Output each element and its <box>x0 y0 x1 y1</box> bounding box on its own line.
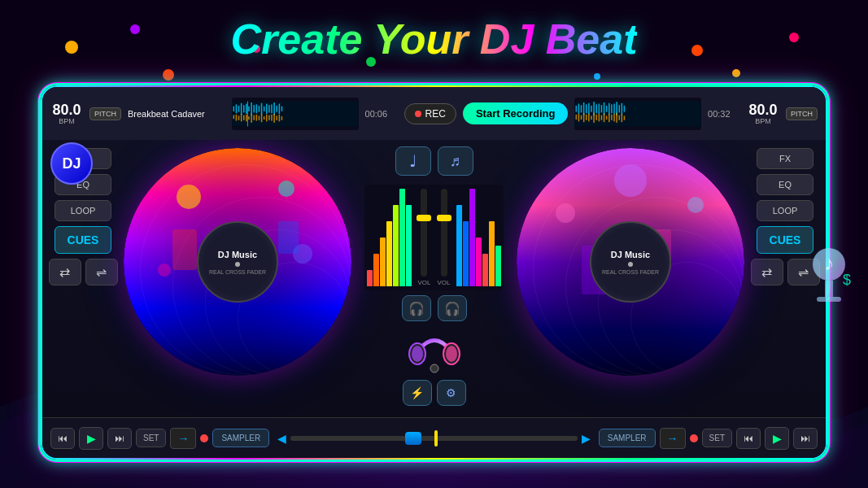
svg-rect-9 <box>251 102 252 115</box>
deco-dot-4 <box>65 41 78 54</box>
svg-rect-19 <box>276 105 277 111</box>
loop-left-icon-button[interactable]: ⇄ <box>49 259 81 285</box>
double-note-button[interactable]: ♬ <box>438 146 473 176</box>
cues-left-button[interactable]: CUES <box>55 226 111 254</box>
svg-rect-14 <box>264 106 265 111</box>
fader-thumb-right[interactable] <box>437 215 451 221</box>
rec-label: REC <box>425 108 446 120</box>
start-recording-button[interactable]: Start Recording <box>463 102 569 124</box>
headphone-buttons-row: 🎧 🎧 <box>402 295 467 321</box>
trophy-decoration: ♪ $ <box>805 240 853 321</box>
turntable-disc-left[interactable]: DJ Music REAL CROSS FADER <box>124 148 351 376</box>
fader-track-right[interactable] <box>441 189 447 277</box>
svg-rect-36 <box>268 115 270 120</box>
crossfader-left-arrow[interactable]: ◀ <box>277 432 286 445</box>
deco-dot-9 <box>594 73 600 80</box>
svg-rect-27 <box>246 114 247 121</box>
svg-rect-72 <box>596 114 598 120</box>
rec-dot-icon <box>415 111 421 117</box>
equalizer-button[interactable]: ⚡ <box>403 380 432 406</box>
disc-dot-right <box>628 262 633 267</box>
eq-right-button[interactable]: EQ <box>757 174 813 195</box>
svg-rect-23 <box>236 114 238 120</box>
sampler-left-button[interactable]: SAMPLER <box>212 429 269 447</box>
fader-right: VOL <box>438 189 451 286</box>
play-left-button[interactable]: ▶ <box>79 427 103 450</box>
headphone-left-button[interactable]: 🎧 <box>402 295 431 321</box>
prev-right-button[interactable]: ⏮ <box>736 428 761 449</box>
svg-point-91 <box>556 203 575 223</box>
svg-rect-37 <box>271 114 273 120</box>
svg-rect-47 <box>583 102 585 115</box>
red-dot-right[interactable] <box>690 434 698 442</box>
mixer-mode-buttons: ♩ ♬ <box>395 146 473 176</box>
single-note-button[interactable]: ♩ <box>395 146 431 176</box>
settings-mixer-button[interactable]: ⚙ <box>437 380 466 406</box>
fader-track-left[interactable] <box>421 189 427 277</box>
svg-rect-63 <box>624 105 626 111</box>
eq-bar <box>393 205 399 286</box>
headphone-right-button[interactable]: 🎧 <box>438 295 467 321</box>
fader-thumb-left[interactable] <box>417 215 431 221</box>
fx-right-button[interactable]: FX <box>757 148 813 169</box>
console-inner: 80.0 BPM PITCH Breakbeat Cadaver <box>42 87 826 458</box>
play-right-button[interactable]: ▶ <box>765 427 789 450</box>
page-title: Create Your DJ Beat <box>231 15 638 63</box>
svg-rect-73 <box>599 114 600 121</box>
svg-point-90 <box>614 164 647 197</box>
svg-rect-49 <box>589 102 591 114</box>
svg-rect-31 <box>256 114 258 120</box>
sampler-right-button[interactable]: SAMPLER <box>599 429 656 447</box>
arrow-right-button[interactable]: → <box>660 428 686 449</box>
pitch-right-button[interactable]: PITCH <box>786 107 818 120</box>
eq-bar <box>399 189 405 286</box>
loop-left-button[interactable]: LOOP <box>55 200 111 221</box>
pitch-left-button[interactable]: PITCH <box>89 107 121 120</box>
deco-dot-1 <box>163 69 174 81</box>
svg-rect-34 <box>264 116 265 120</box>
svg-rect-13 <box>261 102 263 114</box>
svg-rect-58 <box>612 104 613 113</box>
svg-rect-45 <box>578 103 580 113</box>
disc-sublabel-left: REAL CROSS FADER <box>209 269 266 275</box>
svg-rect-79 <box>614 114 616 121</box>
headphones-svg <box>406 326 463 375</box>
svg-rect-12 <box>259 105 260 111</box>
next-right-button[interactable]: ⏭ <box>793 428 818 449</box>
set-right-button[interactable]: SET <box>702 429 732 447</box>
prev-left-button[interactable]: ⏮ <box>50 428 75 449</box>
eq-bar <box>380 237 386 286</box>
disc-sublabel-right: REAL CROSS FADER <box>602 269 659 275</box>
turntable-left[interactable]: DJ Music REAL CROSS FADER <box>124 148 351 376</box>
svg-rect-26 <box>243 115 245 120</box>
turntable-right[interactable]: DJ Music REAL CROSS FADER <box>517 148 744 376</box>
set-left-button[interactable]: SET <box>136 429 166 447</box>
crossfader-track[interactable] <box>290 436 578 441</box>
eq-bar <box>482 254 488 286</box>
eq-bar <box>469 189 475 286</box>
svg-rect-89 <box>278 221 299 254</box>
eq-bar <box>373 254 379 286</box>
svg-rect-83 <box>624 115 626 120</box>
arrow-left-button[interactable]: → <box>170 428 196 449</box>
loop-right-button[interactable]: LOOP <box>757 200 813 221</box>
disc-center-left: DJ Music REAL CROSS FADER <box>197 221 278 303</box>
svg-rect-46 <box>581 105 582 112</box>
svg-rect-18 <box>273 102 275 115</box>
eq-bar <box>463 221 469 286</box>
crossfader-right-arrow[interactable]: ▶ <box>582 432 591 445</box>
turntable-disc-right[interactable]: DJ Music REAL CROSS FADER <box>517 148 744 376</box>
eq-bar <box>456 205 462 286</box>
eq-bar <box>386 221 392 286</box>
svg-rect-2 <box>233 106 235 111</box>
red-dot-left[interactable] <box>200 434 208 442</box>
shuffle-left-button[interactable]: ⇌ <box>85 259 118 285</box>
next-left-button[interactable]: ⏭ <box>107 428 132 449</box>
loop-right-icon-button[interactable]: ⇄ <box>751 259 783 285</box>
svg-rect-103 <box>817 297 841 302</box>
crossfader-thumb[interactable] <box>405 432 421 445</box>
svg-rect-5 <box>241 102 242 114</box>
svg-point-85 <box>278 181 294 197</box>
svg-text:$: $ <box>843 272 851 288</box>
rec-button[interactable]: REC <box>404 103 456 124</box>
